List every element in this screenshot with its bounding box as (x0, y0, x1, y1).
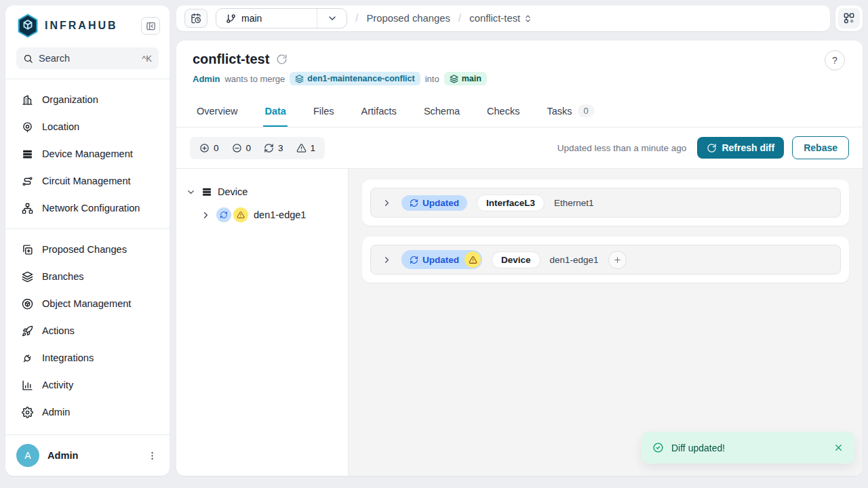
sidebar-item-integrations[interactable]: Integrations (5, 344, 170, 371)
building-icon (22, 94, 33, 106)
graph-card (835, 5, 863, 31)
search-icon (23, 54, 33, 64)
tree-node-device[interactable]: Device (186, 182, 338, 201)
search-shortcut: ^K (142, 54, 152, 64)
warning-icon (296, 143, 307, 153)
toast-notification: Diff updated! (642, 432, 854, 464)
refresh-diff-button[interactable]: Refresh diff (697, 137, 784, 159)
diff-card-device: Updated Device den1-edge1 (362, 237, 849, 283)
app-root: INFRAHUB Search ^K (0, 0, 868, 476)
tab-checks[interactable]: Checks (486, 95, 521, 127)
object-name: Ethernet1 (554, 198, 594, 208)
layers-icon (22, 271, 33, 283)
source-branch-name: den1-maintenance-conflict (307, 74, 414, 83)
diff-row-device[interactable]: Updated Device den1-edge1 (370, 245, 841, 274)
stat-value: 3 (278, 143, 283, 153)
add-comment-button[interactable] (608, 251, 627, 269)
location-icon (22, 121, 33, 133)
sidebar-item-location[interactable]: Location (5, 113, 170, 140)
target-branch-badge[interactable]: main (444, 72, 487, 85)
sidebar-item-organization[interactable]: Organization (5, 86, 170, 113)
time-travel-button[interactable] (184, 9, 208, 28)
tab-tasks[interactable]: Tasks 0 (545, 95, 595, 127)
source-branch-badge[interactable]: den1-maintenance-conflict (290, 72, 420, 85)
sidebar-item-activity[interactable]: Activity (5, 371, 170, 399)
tab-files[interactable]: Files (312, 95, 336, 127)
updated-status-icon (216, 207, 231, 222)
tab-bar: Overview Data Files Artifacts Schema Che… (176, 95, 863, 127)
plus-circle-icon (199, 143, 210, 153)
branch-selector[interactable]: main (216, 8, 347, 28)
sidebar-item-actions[interactable]: Actions (5, 317, 170, 344)
sidebar-item-label: Proposed Changes (42, 244, 127, 255)
tab-artifacts[interactable]: Artifacts (360, 95, 398, 127)
user-menu-button[interactable] (146, 449, 159, 462)
layers-icon (295, 75, 304, 83)
cube-icon (22, 298, 33, 310)
toast-message: Diff updated! (671, 443, 826, 453)
breadcrumb-section[interactable]: Proposed changes (366, 13, 450, 24)
bar-chart-icon (22, 380, 33, 391)
breadcrumb-separator: / (458, 12, 461, 24)
sidebar-item-label: Actions (42, 325, 75, 336)
sidebar-item-admin[interactable]: Admin (5, 399, 170, 426)
status-label: Updated (422, 255, 459, 265)
proposed-change-card: conflict-test Admin wants to merge (176, 41, 863, 476)
merge-action-text: wants to merge (224, 74, 285, 84)
branch-name: main (241, 13, 262, 24)
tree-node-label: den1-edge1 (254, 209, 306, 220)
branch-selector-caret[interactable] (317, 9, 347, 28)
close-icon[interactable] (833, 443, 844, 453)
sidebar-item-branches[interactable]: Branches (5, 263, 170, 290)
refresh-diff-label: Refresh diff (722, 142, 774, 153)
avatar: A (16, 444, 39, 467)
into-text: into (425, 74, 439, 84)
chevrons-up-down-icon (524, 14, 532, 23)
help-button[interactable]: ? (825, 50, 845, 70)
tab-data[interactable]: Data (263, 95, 287, 127)
target-branch-name: main (462, 74, 481, 83)
branch-selector-value: main (216, 13, 317, 24)
sidebar: INFRAHUB Search ^K (5, 5, 170, 476)
sidebar-item-label: Activity (42, 380, 73, 390)
breadcrumb-item-selector[interactable]: conflict-test (469, 13, 532, 24)
sidebar-item-label: Circuit Management (42, 176, 131, 186)
sidebar-collapse-button[interactable] (141, 17, 160, 35)
diff-icon (22, 244, 33, 256)
sidebar-item-device-management[interactable]: Device Management (5, 140, 170, 167)
route-icon (22, 176, 33, 187)
schema-visualizer-button[interactable] (838, 8, 860, 28)
search-input[interactable]: Search ^K (16, 47, 159, 69)
diff-stat-added: 0 (199, 143, 219, 153)
diff-card-interfacel3: Updated InterfaceL3 Ethernet1 (362, 180, 849, 226)
diff-row-interfacel3[interactable]: Updated InterfaceL3 Ethernet1 (370, 188, 841, 218)
data-tab-content: Device (176, 169, 863, 476)
stat-value: 0 (214, 143, 219, 153)
diff-stat-updated: 3 (264, 143, 283, 153)
sidebar-item-label: Object Management (42, 298, 131, 309)
author-link[interactable]: Admin (193, 74, 220, 84)
sidebar-item-object-management[interactable]: Object Management (5, 290, 170, 317)
tree-node-den1-edge1[interactable]: den1-edge1 (201, 205, 338, 224)
brand-wordmark: INFRAHUB (45, 20, 141, 32)
breadcrumb-separator: / (355, 12, 358, 24)
refresh-icon (707, 143, 717, 153)
user-name: Admin (47, 450, 138, 461)
sidebar-item-circuit-management[interactable]: Circuit Management (5, 167, 170, 195)
tab-overview[interactable]: Overview (195, 95, 239, 127)
diff-list-panel: Updated InterfaceL3 Ethernet1 (349, 169, 863, 476)
tab-schema[interactable]: Schema (422, 95, 461, 127)
breadcrumb-item-label: conflict-test (469, 13, 520, 24)
sidebar-item-proposed-changes[interactable]: Proposed Changes (5, 236, 170, 263)
tree-node-label: Device (218, 186, 248, 197)
sidebar-item-label: Admin (42, 407, 70, 418)
sidebar-item-label: Branches (42, 271, 84, 282)
rebase-button[interactable]: Rebase (792, 136, 849, 159)
chevron-right-icon (382, 198, 392, 208)
object-type-badge: InterfaceL3 (477, 195, 545, 211)
status-badge: Updated (401, 195, 467, 211)
reload-proposed-change-button[interactable] (276, 54, 288, 65)
object-type-badge: Device (492, 251, 540, 268)
search-label: Search (39, 53, 136, 64)
sidebar-item-network-configuration[interactable]: Network Configuration (5, 195, 170, 222)
